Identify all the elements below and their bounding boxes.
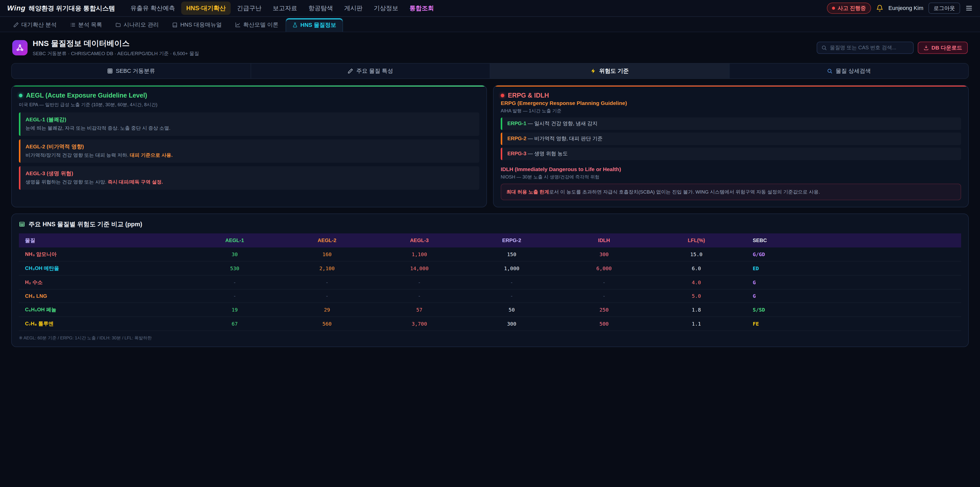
idlh-highlight: 최대 허용 노출 한계 [506,189,549,195]
page-title: HNS 물질정보 데이터베이스 [33,38,199,49]
table-footnote: ※ AEGL: 60분 기준 / ERPG: 1시간 노출 / IDLH: 30… [19,335,961,341]
logout-button[interactable]: 로그아웃 [928,3,960,14]
table-row-methanol[interactable]: CH₃OH 메탄올 530 2,100 14,000 1,000 6,000 6… [19,261,961,275]
substance-cell: C₆H₅OH 페놀 [19,303,189,317]
comparison-table-card: 주요 HNS 물질별 위험도 기준 비교 (ppm) 물질 AEGL-1 AEG… [11,214,969,347]
menu-icon[interactable] [965,4,973,12]
aegl2-cell: 2,100 [281,261,373,275]
table-row-toluene[interactable]: C₇H₈ 톨루엔 67 560 3,700 300 500 1.1 FE [19,317,961,331]
brand[interactable]: Wing 해양환경 위기대응 통합시스템 [7,4,115,13]
nav-right-cluster: 사고 진행중 Eunjeong Kim 로그아웃 [827,3,973,14]
nav-item-weather[interactable]: 기상정보 [369,2,403,15]
subtab-analysis-list[interactable]: 분석 목록 [64,18,108,32]
table-row-ammonia[interactable]: NH₃ 암모니아 30 160 1,100 150 300 15.0 G/GD [19,247,961,261]
aegl-1-title: AEGL-1 (불쾌감) [25,116,474,123]
table-icon [19,221,25,227]
aegl1-cell: - [189,289,281,303]
db-download-button[interactable]: DB 다운로드 [918,42,968,54]
aegl3-cell: 14,000 [373,261,466,275]
sub-navigation-tabs: 대기확산 분석 분석 목록 시나리오 관리 HNS 대응매뉴얼 확산모델 이론 … [0,17,980,32]
erpg-subtitle: AIHA 발행 — 1시간 노출 기준 [501,108,961,114]
folder-icon [115,22,121,27]
aegl-2-description: 비가역적/장기적 건강 영향 또는 대피 능력 저하. 대피 기준으로 사용. [25,152,474,159]
incident-status-badge[interactable]: 사고 진행중 [827,3,871,14]
red-dot-icon [501,94,504,97]
hns-risk-comparison-table: 물질 AEGL-1 AEGL-2 AEGL-3 ERPG-2 IDLH LFL(… [19,233,961,331]
column-header-aegl3: AEGL-3 [373,233,466,247]
download-icon [923,45,929,51]
idlh-cell: 500 [558,317,650,331]
status-dot-icon [832,6,835,10]
nav-item-integrated-search[interactable]: 통합조회 [404,2,439,15]
user-name: Eunjeong Kim [888,5,923,11]
incident-status-label: 사고 진행중 [838,5,866,12]
erpg2-cell: - [466,275,558,289]
subtab-diffusion-model-theory[interactable]: 확산모델 이론 [229,18,285,32]
column-header-idlh: IDLH [558,233,650,247]
table-row-lng[interactable]: CH₄ LNG - - - - - 5.0 G [19,289,961,303]
subtab-label: 대기확산 분석 [21,21,57,29]
section-tab-risk-criteria[interactable]: 위험도 기준 [490,64,729,78]
section-tab-detail-search[interactable]: 물질 상세검색 [729,64,969,78]
erpg-card-header: ERPG & IDLH [501,92,961,99]
aegl2-cell: 560 [281,317,373,331]
section-tab-sebc[interactable]: SEBC 거동분류 [12,64,251,78]
column-header-substance: 물질 [19,233,189,247]
aegl-3-title: AEGL-3 (생명 위협) [25,170,474,177]
erpg-3-label: ERPG-3 [508,151,526,156]
chart-icon [235,22,241,27]
aegl1-cell: - [189,275,281,289]
aegl-2-row: AEGL-2 (비가역적 영향) 비가역적/장기적 건강 영향 또는 대피 능력… [19,139,479,163]
sebc-cell: G/GD [742,247,961,261]
sebc-cell: S/SD [742,303,961,317]
substance-cell: C₇H₈ 톨루엔 [19,317,189,331]
erpg-3-description: — 생명 위협 농도 [528,151,568,156]
grid-icon [107,68,113,74]
subtab-scenario-management[interactable]: 시나리오 관리 [109,18,165,32]
aegl-card-title: AEGL (Acute Exposure Guideline Level) [26,92,147,99]
aegl1-cell: 19 [189,303,281,317]
erpg-2-row: ERPG-2 — 비가역적 영향, 대피 판단 기준 [501,133,961,145]
subtab-label: HNS 물질정보 [301,21,336,29]
subtab-label: 확산모델 이론 [243,21,278,29]
nav-item-oil-diffusion[interactable]: 유출유 확산예측 [125,2,180,15]
page-title-block: HNS 물질정보 데이터베이스 SEBC 거동분류 · CHRIS/CAMEO … [33,38,199,57]
page-header: HNS 물질정보 데이터베이스 SEBC 거동분류 · CHRIS/CAMEO … [12,38,968,57]
column-header-aegl2: AEGL-2 [281,233,373,247]
pencil-icon [348,68,353,74]
section-tab-properties[interactable]: 주요 물질 특성 [251,64,490,78]
column-header-sebc: SEBC [742,233,961,247]
column-header-erpg2: ERPG-2 [466,233,558,247]
column-header-aegl1: AEGL-1 [189,233,281,247]
idlh-subtitle: NIOSH — 30분 노출 시 생명/건강에 즉각적 위험 [501,174,961,180]
sebc-cell: ED [742,261,961,275]
notification-bell-icon[interactable] [876,5,883,12]
table-row-hydrogen[interactable]: H₂ 수소 - - - - - 4.0 G [19,275,961,289]
subtab-label: 분석 목록 [78,21,102,29]
nav-item-hns-atmospheric[interactable]: HNS·대기확산 [181,2,231,15]
subtab-diffusion-analysis[interactable]: 대기확산 분석 [7,18,63,32]
erpg-1-description: — 일시적 건강 영향, 냄새 감지 [528,121,597,126]
pencil-icon [13,22,19,27]
idlh-description-panel: 최대 허용 노출 한계로서 이 농도를 초과하면 자급식 호흡장치(SCBA) … [501,184,961,200]
top-navigation-bar: Wing 해양환경 위기대응 통합시스템 유출유 확산예측 HNS·대기확산 긴… [0,0,980,17]
lfl-cell: 6.0 [650,261,743,275]
aegl-card: AEGL (Acute Exposure Guideline Level) 미국… [11,85,487,208]
nav-item-emergency-rescue[interactable]: 긴급구난 [232,2,266,15]
table-row-phenol[interactable]: C₆H₅OH 페놀 19 29 57 50 250 1.8 S/SD [19,303,961,317]
substance-cell: NH₃ 암모니아 [19,247,189,261]
subtab-hns-manual[interactable]: HNS 대응매뉴얼 [166,18,228,32]
nav-item-reports[interactable]: 보고자료 [267,2,302,15]
section-tab-label: SEBC 거동분류 [116,67,155,75]
search-input[interactable] [830,45,909,51]
subtab-hns-substance-info[interactable]: HNS 물질정보 [286,18,343,32]
table-header-row: 물질 AEGL-1 AEGL-2 AEGL-3 ERPG-2 IDLH LFL(… [19,233,961,247]
erpg-2-label: ERPG-2 [508,136,526,141]
lfl-cell: 5.0 [650,289,743,303]
nav-item-board[interactable]: 게시판 [339,2,368,15]
page-content: HNS 물질정보 데이터베이스 SEBC 거동분류 · CHRIS/CAMEO … [0,32,980,347]
column-header-lfl: LFL(%) [650,233,743,247]
erpg-3-row: ERPG-3 — 생명 위협 농도 [501,148,961,160]
nav-item-aerial-search[interactable]: 항공탐색 [303,2,338,15]
sebc-cell: G [742,289,961,303]
